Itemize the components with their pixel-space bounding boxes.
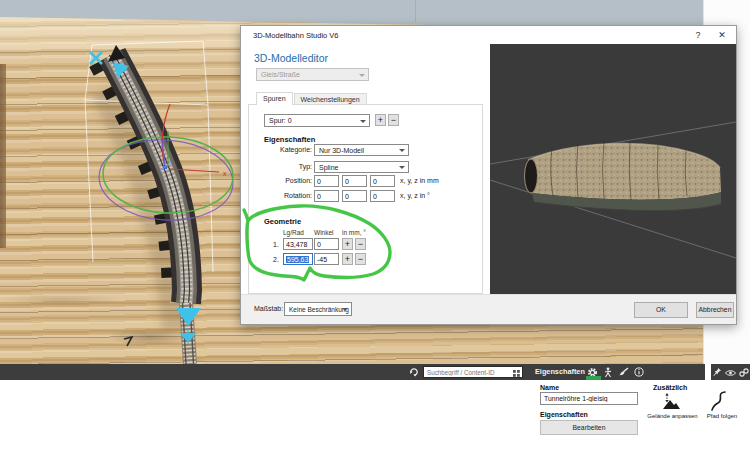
rotation-x-field[interactable] [314, 190, 339, 202]
kategorie-value: Nur 3D-Modell [319, 147, 364, 154]
wood-mark [124, 337, 132, 346]
typ-value: Spline [319, 164, 338, 171]
brush-icon[interactable] [618, 366, 630, 378]
model-preview-3d[interactable] [490, 44, 736, 298]
refresh-icon[interactable] [408, 366, 420, 378]
position-z-field[interactable] [370, 175, 395, 187]
active-tab-indicator [586, 376, 601, 380]
grid-icon[interactable] [513, 370, 520, 377]
tab-spuren[interactable]: Spuren [256, 92, 293, 105]
geometry-row1-plus-button[interactable]: + [342, 238, 353, 250]
rotation-y-field[interactable] [342, 190, 367, 202]
object-type-select[interactable]: Gleis/Straße [256, 68, 369, 81]
massstab-value: Keine Beschränkung [289, 306, 349, 313]
rotation-unit: x, y, z in ° [400, 192, 430, 199]
cancel-button[interactable]: Abbrechen [696, 302, 734, 318]
panel-properties-label: Eigenschaften [540, 411, 588, 418]
chevron-down-icon [360, 120, 366, 123]
col-lgrad: Lg/Rad [283, 229, 304, 236]
chevron-down-icon [399, 149, 405, 152]
position-x-field[interactable] [314, 175, 339, 187]
position-y-field[interactable] [342, 175, 367, 187]
spur-select-value: Spur: 0 [269, 117, 292, 124]
dialog-header: 3D-Modelleditor [254, 52, 328, 64]
geometry-lgrad-field[interactable] [283, 238, 313, 250]
geometry-winkel-field[interactable] [314, 253, 339, 265]
rotation-z-field[interactable] [370, 190, 395, 202]
massstab-select[interactable]: Keine Beschränkung [284, 302, 352, 316]
spur-add-button[interactable]: + [375, 114, 386, 126]
toolbar-right-segment [711, 364, 750, 380]
geometry-row-index: 2. [273, 256, 279, 263]
properties-panel: Name Eigenschaften Bearbeiten Zusätzlich… [0, 380, 750, 449]
terrain-adapt-icon[interactable] [657, 392, 683, 412]
geometry-row2-plus-button[interactable]: + [342, 253, 353, 265]
col-winkel: Winkel [314, 229, 334, 236]
dialog-footer: Maßstab: Keine Beschränkung OK Abbrechen [241, 294, 736, 324]
close-button[interactable]: ✕ [714, 28, 730, 42]
chevron-down-icon [399, 166, 405, 169]
eye-icon[interactable] [725, 363, 736, 381]
chevron-down-icon [359, 74, 365, 77]
follow-path-icon[interactable] [708, 390, 730, 412]
geometry-winkel-field[interactable] [314, 238, 339, 250]
massstab-label: Maßstab: [254, 305, 283, 312]
geometry-row1-minus-button[interactable]: − [355, 238, 366, 250]
spur-remove-button[interactable]: − [388, 114, 399, 126]
position-unit: x, y, z in mm [400, 177, 439, 184]
search-input[interactable] [424, 367, 522, 377]
x-axis-label: x [223, 170, 227, 177]
app-window: { "dialog": { "title": "3D-Modellbahn St… [0, 0, 750, 449]
geometry-row-index: 1. [273, 241, 279, 248]
properties-heading: Eigenschaften [264, 135, 315, 144]
name-field[interactable] [540, 392, 638, 405]
tab-bar: Spuren Weichenstellungen [256, 91, 368, 105]
col-unit: in mm, ° [342, 229, 366, 236]
follow-path-caption: Pfad folgen [700, 413, 744, 419]
preview-render [490, 44, 736, 297]
link-icon[interactable] [739, 363, 749, 381]
edit-button[interactable]: Bearbeiten [540, 420, 638, 435]
tunnel-tube-model [525, 140, 722, 211]
position-label: Position: [264, 177, 312, 184]
kategorie-select[interactable]: Nur 3D-Modell [314, 144, 409, 156]
chevron-down-icon [342, 308, 348, 311]
object-type-value: Gleis/Straße [261, 71, 300, 78]
tabpage-spuren: Spur: 0 + − Eigenschaften Kategorie: Nur… [248, 104, 483, 294]
animation-icon[interactable] [602, 366, 614, 378]
dialog-title: 3D-Modellbahn Studio V6 [253, 31, 338, 40]
typ-label: Typ: [264, 163, 312, 170]
ok-button[interactable]: OK [634, 302, 688, 318]
geometry-heading: Geometrie [264, 217, 301, 226]
name-label: Name [540, 384, 559, 391]
help-button[interactable]: ? [690, 28, 706, 42]
geometry-lgrad-field-selected[interactable]: 595,63 [283, 253, 313, 265]
spur-select[interactable]: Spur: 0 [264, 114, 370, 127]
geometry-row2-minus-button[interactable]: − [355, 253, 366, 265]
typ-select[interactable]: Spline [314, 161, 409, 173]
properties-tab-label[interactable]: Eigenschaften [535, 367, 585, 376]
info-icon[interactable] [633, 366, 645, 378]
search-box [423, 366, 523, 378]
additional-label: Zusätzlich [653, 384, 687, 391]
dialog-titlebar[interactable]: 3D-Modellbahn Studio V6 ? ✕ [241, 26, 736, 44]
model-editor-dialog: 3D-Modellbahn Studio V6 ? ✕ 3D-Modelledi… [240, 25, 737, 325]
rotation-label: Rotation: [264, 192, 312, 199]
selected-text: 595,63 [286, 256, 309, 263]
pin-icon[interactable] [713, 363, 722, 381]
terrain-adapt-caption: Gelände anpassen [645, 413, 700, 419]
kategorie-label: Kategorie: [264, 146, 312, 153]
